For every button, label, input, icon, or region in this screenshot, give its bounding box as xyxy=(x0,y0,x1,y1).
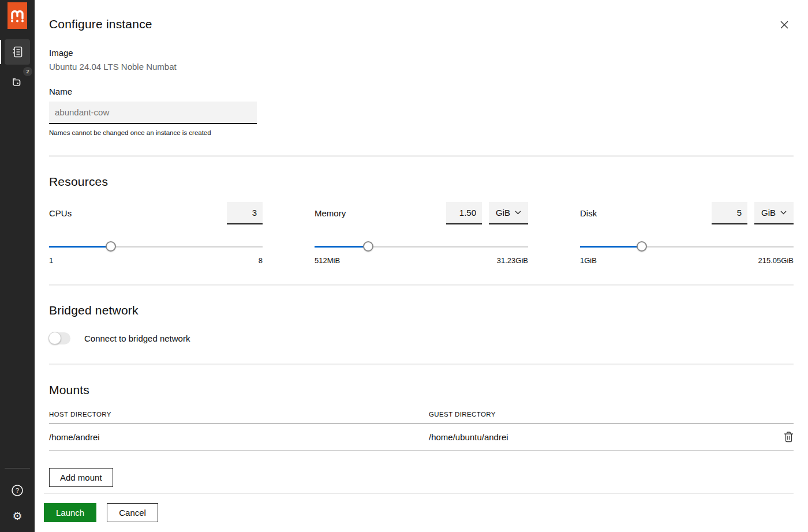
memory-input[interactable] xyxy=(446,202,482,224)
disk-field: Disk GiB 1GiB 215.05GiB xyxy=(580,201,794,265)
sidebar-divider xyxy=(5,468,30,469)
mount-host-directory: /home/andrei xyxy=(49,432,429,442)
settings-button[interactable]: ⚙ xyxy=(6,504,29,527)
bridged-network-row: Connect to bridged network xyxy=(49,332,794,344)
close-icon xyxy=(779,20,790,30)
guest-directory-column-header: GUEST DIRECTORY xyxy=(429,411,776,418)
page-title: Configure instance xyxy=(49,17,794,31)
cpus-slider[interactable] xyxy=(49,241,263,252)
delete-mount-button[interactable] xyxy=(784,432,794,443)
cpus-input[interactable] xyxy=(227,202,263,224)
resources-title: Resources xyxy=(49,175,794,189)
sidebar-item-catalogue[interactable] xyxy=(5,39,30,65)
name-input[interactable] xyxy=(49,102,257,124)
footer: Launch Cancel xyxy=(35,493,808,532)
image-value: Ubuntu 24.04 LTS Noble Numbat xyxy=(49,62,794,72)
instances-count-badge: 2 xyxy=(23,67,32,76)
cancel-button[interactable]: Cancel xyxy=(107,503,158,522)
disk-unit-value: GiB xyxy=(761,208,776,218)
sidebar: 2 ? ⚙ xyxy=(0,0,35,532)
disk-input[interactable] xyxy=(712,202,747,224)
mounts-table-header: HOST DIRECTORY GUEST DIRECTORY xyxy=(49,411,794,424)
name-label: Name xyxy=(49,87,794,96)
host-directory-column-header: HOST DIRECTORY xyxy=(49,411,429,418)
help-button[interactable]: ? xyxy=(6,479,29,502)
help-icon: ? xyxy=(11,484,24,497)
mount-guest-directory: /home/ubuntu/andrei xyxy=(429,432,776,442)
cpus-slider-thumb[interactable] xyxy=(106,241,116,252)
disk-min-label: 1GiB xyxy=(580,256,597,265)
mounts-table: HOST DIRECTORY GUEST DIRECTORY /home/and… xyxy=(49,411,794,451)
configure-instance-panel: Configure instance Image Ubuntu 24.04 LT… xyxy=(35,0,808,532)
sidebar-item-instances[interactable]: 2 xyxy=(5,69,30,95)
chevron-down-icon xyxy=(780,211,787,215)
memory-label: Memory xyxy=(315,208,446,218)
slider-fill xyxy=(580,246,642,248)
disk-slider-thumb[interactable] xyxy=(637,241,647,252)
form-content: Configure instance Image Ubuntu 24.04 LT… xyxy=(35,0,808,487)
memory-field: Memory GiB 512MiB 31.23Gi xyxy=(315,201,528,265)
multipass-logo-icon xyxy=(10,8,24,23)
toggle-knob xyxy=(48,332,61,344)
disk-slider[interactable] xyxy=(580,241,794,252)
resources-grid: CPUs 1 8 Memory xyxy=(49,201,794,265)
image-label: Image xyxy=(49,48,794,58)
name-helper-text: Names cannot be changed once an instance… xyxy=(49,129,794,136)
close-button[interactable] xyxy=(779,20,790,30)
bridged-network-toggle-label: Connect to bridged network xyxy=(84,334,190,343)
launch-button[interactable]: Launch xyxy=(44,503,96,522)
cpus-field: CPUs 1 8 xyxy=(49,201,263,265)
memory-slider-thumb[interactable] xyxy=(363,241,373,252)
cpus-max-label: 8 xyxy=(259,256,263,265)
instances-icon xyxy=(10,76,24,88)
mounts-title: Mounts xyxy=(49,383,794,397)
add-mount-button[interactable]: Add mount xyxy=(49,468,113,487)
memory-slider[interactable] xyxy=(315,241,528,252)
sidebar-bottom: ? ⚙ xyxy=(0,468,35,532)
slider-fill xyxy=(49,246,111,248)
chevron-down-icon xyxy=(515,211,521,215)
slider-fill xyxy=(315,246,368,248)
cpus-label: CPUs xyxy=(49,208,227,218)
memory-max-label: 31.23GiB xyxy=(497,256,528,265)
trash-icon xyxy=(784,432,794,443)
section-divider xyxy=(49,284,794,286)
memory-min-label: 512MiB xyxy=(315,256,340,265)
gear-icon: ⚙ xyxy=(12,511,22,522)
section-divider xyxy=(49,155,794,157)
cpus-min-label: 1 xyxy=(49,256,53,265)
bridged-network-title: Bridged network xyxy=(49,304,794,317)
disk-unit-select[interactable]: GiB xyxy=(754,202,794,224)
mount-table-row: /home/andrei /home/ubuntu/andrei xyxy=(49,424,794,451)
catalogue-icon xyxy=(11,46,24,58)
bridged-network-toggle[interactable] xyxy=(49,332,70,344)
svg-text:?: ? xyxy=(16,487,19,494)
disk-max-label: 215.05GiB xyxy=(758,256,794,265)
multipass-logo[interactable] xyxy=(8,2,27,29)
memory-unit-value: GiB xyxy=(496,208,510,218)
section-divider xyxy=(49,364,794,365)
disk-label: Disk xyxy=(580,208,712,218)
memory-unit-select[interactable]: GiB xyxy=(489,202,528,224)
